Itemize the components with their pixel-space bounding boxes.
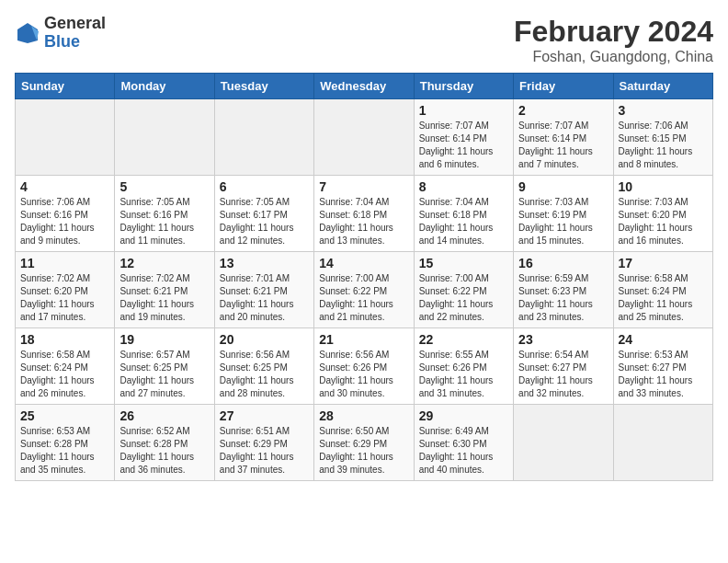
day-number: 18 bbox=[20, 332, 109, 347]
weekday-header-sunday: Sunday bbox=[16, 74, 115, 99]
day-info: Sunrise: 7:07 AM Sunset: 6:14 PM Dayligh… bbox=[518, 120, 608, 171]
logo-general-text: General bbox=[44, 14, 106, 32]
week-row-2: 4Sunrise: 7:06 AM Sunset: 6:16 PM Daylig… bbox=[16, 176, 713, 252]
day-cell: 18Sunrise: 6:58 AM Sunset: 6:24 PM Dayli… bbox=[16, 328, 115, 405]
week-row-5: 25Sunrise: 6:53 AM Sunset: 6:28 PM Dayli… bbox=[16, 405, 713, 481]
title-block: February 2024 Foshan, Guangdong, China bbox=[514, 15, 713, 65]
week-row-3: 11Sunrise: 7:02 AM Sunset: 6:20 PM Dayli… bbox=[16, 252, 713, 328]
day-info: Sunrise: 7:07 AM Sunset: 6:14 PM Dayligh… bbox=[419, 120, 508, 171]
day-cell: 21Sunrise: 6:56 AM Sunset: 6:26 PM Dayli… bbox=[314, 328, 414, 405]
day-info: Sunrise: 6:51 AM Sunset: 6:29 PM Dayligh… bbox=[220, 425, 309, 477]
day-number: 19 bbox=[119, 332, 209, 347]
day-number: 2 bbox=[518, 103, 608, 118]
day-cell: 2Sunrise: 7:07 AM Sunset: 6:14 PM Daylig… bbox=[514, 99, 613, 176]
day-cell bbox=[613, 405, 712, 481]
day-number: 20 bbox=[220, 332, 309, 347]
weekday-header-row: SundayMondayTuesdayWednesdayThursdayFrid… bbox=[16, 74, 713, 99]
week-row-4: 18Sunrise: 6:58 AM Sunset: 6:24 PM Dayli… bbox=[16, 328, 713, 405]
main-title: February 2024 bbox=[514, 15, 713, 49]
day-info: Sunrise: 6:57 AM Sunset: 6:25 PM Dayligh… bbox=[119, 349, 209, 400]
day-info: Sunrise: 7:03 AM Sunset: 6:19 PM Dayligh… bbox=[518, 196, 608, 247]
day-number: 26 bbox=[119, 408, 209, 423]
day-cell bbox=[214, 99, 313, 176]
logo-text: General Blue bbox=[44, 15, 106, 52]
day-info: Sunrise: 6:59 AM Sunset: 6:23 PM Dayligh… bbox=[518, 272, 608, 324]
day-cell: 6Sunrise: 7:05 AM Sunset: 6:17 PM Daylig… bbox=[214, 176, 313, 252]
day-cell: 7Sunrise: 7:04 AM Sunset: 6:18 PM Daylig… bbox=[314, 176, 414, 252]
day-number: 9 bbox=[518, 179, 608, 194]
day-info: Sunrise: 6:49 AM Sunset: 6:30 PM Dayligh… bbox=[419, 425, 508, 477]
day-info: Sunrise: 7:05 AM Sunset: 6:17 PM Dayligh… bbox=[220, 196, 309, 247]
day-info: Sunrise: 7:02 AM Sunset: 6:21 PM Dayligh… bbox=[119, 272, 209, 324]
day-cell: 15Sunrise: 7:00 AM Sunset: 6:22 PM Dayli… bbox=[414, 252, 513, 328]
day-info: Sunrise: 6:55 AM Sunset: 6:26 PM Dayligh… bbox=[419, 349, 508, 400]
day-cell: 10Sunrise: 7:03 AM Sunset: 6:20 PM Dayli… bbox=[613, 176, 712, 252]
day-number: 10 bbox=[619, 179, 708, 194]
day-cell: 12Sunrise: 7:02 AM Sunset: 6:21 PM Dayli… bbox=[115, 252, 214, 328]
calendar-table: SundayMondayTuesdayWednesdayThursdayFrid… bbox=[15, 73, 713, 481]
day-info: Sunrise: 7:00 AM Sunset: 6:22 PM Dayligh… bbox=[419, 272, 508, 324]
day-cell: 1Sunrise: 7:07 AM Sunset: 6:14 PM Daylig… bbox=[414, 99, 513, 176]
day-cell: 9Sunrise: 7:03 AM Sunset: 6:19 PM Daylig… bbox=[514, 176, 613, 252]
day-info: Sunrise: 7:04 AM Sunset: 6:18 PM Dayligh… bbox=[319, 196, 408, 247]
day-number: 29 bbox=[419, 408, 508, 423]
day-info: Sunrise: 6:56 AM Sunset: 6:25 PM Dayligh… bbox=[220, 349, 309, 400]
day-number: 1 bbox=[419, 103, 508, 118]
day-cell bbox=[16, 99, 115, 176]
day-info: Sunrise: 7:01 AM Sunset: 6:21 PM Dayligh… bbox=[220, 272, 309, 324]
day-cell: 25Sunrise: 6:53 AM Sunset: 6:28 PM Dayli… bbox=[16, 405, 115, 481]
weekday-header-saturday: Saturday bbox=[613, 74, 712, 99]
day-info: Sunrise: 6:50 AM Sunset: 6:29 PM Dayligh… bbox=[319, 425, 408, 477]
day-cell: 14Sunrise: 7:00 AM Sunset: 6:22 PM Dayli… bbox=[314, 252, 414, 328]
subtitle: Foshan, Guangdong, China bbox=[514, 49, 713, 65]
day-info: Sunrise: 6:53 AM Sunset: 6:28 PM Dayligh… bbox=[20, 425, 109, 477]
day-cell: 27Sunrise: 6:51 AM Sunset: 6:29 PM Dayli… bbox=[214, 405, 313, 481]
logo: General Blue bbox=[15, 15, 106, 52]
day-number: 7 bbox=[319, 179, 408, 194]
day-cell: 13Sunrise: 7:01 AM Sunset: 6:21 PM Dayli… bbox=[214, 252, 313, 328]
day-number: 15 bbox=[419, 256, 508, 270]
day-number: 16 bbox=[518, 256, 608, 270]
day-info: Sunrise: 7:03 AM Sunset: 6:20 PM Dayligh… bbox=[619, 196, 708, 247]
day-cell: 17Sunrise: 6:58 AM Sunset: 6:24 PM Dayli… bbox=[613, 252, 712, 328]
day-number: 25 bbox=[20, 408, 109, 423]
day-number: 12 bbox=[119, 256, 209, 270]
day-number: 5 bbox=[119, 179, 209, 194]
logo-blue-text: Blue bbox=[44, 32, 80, 51]
day-cell: 16Sunrise: 6:59 AM Sunset: 6:23 PM Dayli… bbox=[514, 252, 613, 328]
day-number: 27 bbox=[220, 408, 309, 423]
day-info: Sunrise: 6:58 AM Sunset: 6:24 PM Dayligh… bbox=[619, 272, 708, 324]
day-info: Sunrise: 6:53 AM Sunset: 6:27 PM Dayligh… bbox=[619, 349, 708, 400]
day-number: 4 bbox=[20, 179, 109, 194]
day-number: 6 bbox=[220, 179, 309, 194]
day-cell: 22Sunrise: 6:55 AM Sunset: 6:26 PM Dayli… bbox=[414, 328, 513, 405]
day-cell bbox=[314, 99, 414, 176]
day-info: Sunrise: 7:06 AM Sunset: 6:15 PM Dayligh… bbox=[619, 120, 708, 171]
day-cell: 5Sunrise: 7:05 AM Sunset: 6:16 PM Daylig… bbox=[115, 176, 214, 252]
day-cell: 3Sunrise: 7:06 AM Sunset: 6:15 PM Daylig… bbox=[613, 99, 712, 176]
day-number: 28 bbox=[319, 408, 408, 423]
day-info: Sunrise: 7:00 AM Sunset: 6:22 PM Dayligh… bbox=[319, 272, 408, 324]
day-info: Sunrise: 7:04 AM Sunset: 6:18 PM Dayligh… bbox=[419, 196, 508, 247]
day-cell: 8Sunrise: 7:04 AM Sunset: 6:18 PM Daylig… bbox=[414, 176, 513, 252]
day-number: 3 bbox=[619, 103, 708, 118]
day-cell: 4Sunrise: 7:06 AM Sunset: 6:16 PM Daylig… bbox=[16, 176, 115, 252]
day-info: Sunrise: 7:06 AM Sunset: 6:16 PM Dayligh… bbox=[20, 196, 109, 247]
day-cell: 20Sunrise: 6:56 AM Sunset: 6:25 PM Dayli… bbox=[214, 328, 313, 405]
day-number: 21 bbox=[319, 332, 408, 347]
weekday-header-friday: Friday bbox=[514, 74, 613, 99]
day-info: Sunrise: 6:54 AM Sunset: 6:27 PM Dayligh… bbox=[518, 349, 608, 400]
day-cell: 26Sunrise: 6:52 AM Sunset: 6:28 PM Dayli… bbox=[115, 405, 214, 481]
day-number: 11 bbox=[20, 256, 109, 270]
day-number: 23 bbox=[518, 332, 608, 347]
day-number: 8 bbox=[419, 179, 508, 194]
day-info: Sunrise: 7:02 AM Sunset: 6:20 PM Dayligh… bbox=[20, 272, 109, 324]
day-cell bbox=[514, 405, 613, 481]
weekday-header-tuesday: Tuesday bbox=[214, 74, 313, 99]
day-number: 17 bbox=[619, 256, 708, 270]
logo-icon bbox=[15, 20, 40, 46]
weekday-header-thursday: Thursday bbox=[414, 74, 513, 99]
day-info: Sunrise: 6:52 AM Sunset: 6:28 PM Dayligh… bbox=[119, 425, 209, 477]
week-row-1: 1Sunrise: 7:07 AM Sunset: 6:14 PM Daylig… bbox=[16, 99, 713, 176]
day-info: Sunrise: 6:58 AM Sunset: 6:24 PM Dayligh… bbox=[20, 349, 109, 400]
